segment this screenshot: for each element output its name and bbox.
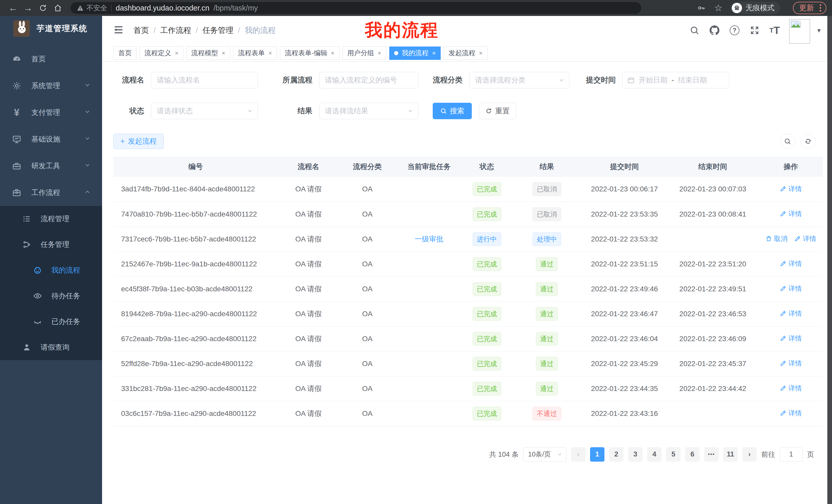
close-icon[interactable]: ×	[268, 50, 272, 57]
filter-row-2: 状态 请选择状态 结果 请选择流结果	[113, 103, 823, 119]
sidebar-item-process-mgmt[interactable]: 流程管理	[0, 206, 102, 232]
breadcrumb-workflow[interactable]: 工作流程	[160, 25, 191, 36]
avatar-caret-icon[interactable]: ▾	[817, 26, 821, 34]
fullscreen-icon[interactable]	[749, 25, 760, 36]
current-task-link[interactable]: 一级审批	[415, 235, 443, 243]
detail-link[interactable]: 详情	[780, 185, 802, 193]
refresh-table-button[interactable]	[801, 134, 815, 149]
chevron-up-icon	[84, 189, 91, 197]
page-button-3[interactable]: 3	[628, 447, 643, 461]
app-logo-row[interactable]: 芋道管理系统	[0, 16, 102, 41]
sidebar-item-label: 待办任务	[51, 291, 80, 301]
breadcrumb-home[interactable]: 首页	[133, 25, 149, 36]
total-count: 共 104 条	[489, 450, 519, 459]
page-button-6[interactable]: 6	[685, 447, 700, 461]
process-name-input[interactable]	[151, 72, 258, 88]
bookmark-star-icon[interactable]: ☆	[713, 3, 724, 13]
close-icon[interactable]: ×	[479, 50, 483, 57]
sidebar-item-system[interactable]: 系统管理	[0, 73, 102, 99]
col-header-current-task: 当前审批任务	[396, 157, 462, 177]
detail-link[interactable]: 详情	[780, 334, 802, 343]
page-button-11[interactable]: 11	[723, 447, 738, 461]
help-icon[interactable]: ?	[729, 25, 740, 36]
detail-link[interactable]: 详情	[780, 359, 802, 368]
browser-scrollbar[interactable]	[827, 16, 832, 504]
chevron-down-icon	[558, 77, 565, 83]
sidebar-item-leave-query[interactable]: 请假查询	[0, 334, 102, 360]
detail-link[interactable]: 详情	[780, 259, 802, 268]
detail-link[interactable]: 详情	[794, 234, 816, 243]
close-icon[interactable]: ×	[432, 50, 436, 57]
reset-button[interactable]: 重置	[479, 103, 516, 119]
prev-page-button[interactable]: ‹	[571, 447, 586, 461]
sidebar-item-done-tasks[interactable]: 已办任务	[0, 309, 102, 334]
end-date-placeholder: 结束日期	[678, 75, 707, 85]
sidebar-item-todo-tasks[interactable]: 待办任务	[0, 283, 102, 309]
detail-link[interactable]: 详情	[780, 309, 802, 318]
search-icon[interactable]	[689, 25, 700, 36]
sidebar-item-infra[interactable]: 基础设施	[0, 126, 102, 152]
process-category-select[interactable]: 请选择流程分类	[469, 72, 570, 88]
page-button-1[interactable]: 1	[590, 447, 604, 461]
key-icon[interactable]	[696, 3, 706, 13]
tab-home[interactable]: 首页	[113, 47, 136, 60]
sidebar-item-my-process[interactable]: 我的流程	[0, 257, 102, 283]
tab-process-model[interactable]: 流程模型 ×	[186, 47, 230, 60]
page-button-4[interactable]: 4	[647, 447, 661, 461]
breadcrumb-task-mgmt[interactable]: 任务管理	[203, 25, 233, 36]
text-size-icon[interactable]: TT	[769, 25, 780, 36]
more-pages-button[interactable]: •••	[704, 447, 719, 461]
github-icon[interactable]	[709, 25, 720, 36]
close-icon[interactable]: ×	[222, 50, 225, 57]
sidebar-item-workflow[interactable]: 工作流程	[0, 179, 102, 206]
sidebar-item-label: 请假查询	[41, 342, 70, 352]
back-icon[interactable]: ←	[6, 2, 21, 14]
sidebar-item-label: 研发工具	[31, 161, 60, 171]
security-warning[interactable]: 不安全	[77, 3, 107, 12]
reload-icon[interactable]	[35, 2, 50, 14]
sidebar-item-label: 基础设施	[31, 134, 60, 144]
tab-user-group[interactable]: 用户分组 ×	[342, 47, 386, 60]
sidebar-item-task-mgmt[interactable]: 任务管理	[0, 232, 102, 257]
toggle-search-button[interactable]	[780, 134, 795, 149]
select-placeholder: 请选择流程分类	[475, 75, 558, 85]
result-badge: 已取消	[532, 182, 561, 196]
hamburger-icon[interactable]	[113, 25, 125, 36]
search-button[interactable]: 搜索	[433, 103, 472, 119]
tab-my-process[interactable]: 我的流程 ×	[389, 47, 441, 60]
page-button-5[interactable]: 5	[666, 447, 681, 461]
sidebar-item-devtools[interactable]: 研发工具	[0, 152, 102, 179]
sidebar-item-payment[interactable]: ¥ 支付管理	[0, 99, 102, 126]
tab-process-form[interactable]: 流程表单 ×	[233, 47, 277, 60]
cancel-link[interactable]: 取消	[765, 234, 787, 243]
next-page-button[interactable]: ›	[742, 447, 757, 461]
detail-link[interactable]: 详情	[780, 209, 802, 218]
page-size-select[interactable]: 10条/页	[523, 447, 566, 461]
home-icon[interactable]	[50, 2, 65, 14]
update-label[interactable]: 更新	[799, 3, 814, 13]
close-icon[interactable]: ×	[175, 50, 178, 57]
tab-process-form-edit[interactable]: 流程表单-编辑 ×	[280, 47, 339, 60]
detail-link[interactable]: 详情	[780, 284, 802, 293]
tab-process-definition[interactable]: 流程定义 ×	[139, 47, 183, 60]
start-process-button[interactable]: + 发起流程	[113, 134, 164, 149]
detail-link[interactable]: 详情	[780, 384, 802, 393]
close-icon[interactable]: ×	[378, 50, 381, 57]
browser-update-pill[interactable]: 更新	[793, 2, 826, 14]
detail-link[interactable]: 详情	[780, 409, 802, 418]
breadcrumb-separator: /	[238, 26, 240, 35]
address-bar[interactable]: 不安全 dashboard.yudao.iocoder.cn/bpm/task/…	[71, 2, 641, 14]
status-select[interactable]: 请选择状态	[151, 103, 258, 119]
chevron-down-icon	[407, 108, 413, 114]
page-button-2[interactable]: 2	[609, 447, 623, 461]
tab-start-process[interactable]: 发起流程 ×	[444, 47, 488, 60]
goto-page-input[interactable]	[780, 447, 802, 461]
forward-icon[interactable]: →	[21, 2, 35, 14]
close-icon[interactable]: ×	[331, 50, 335, 57]
browser-menu-icon[interactable]	[818, 3, 822, 12]
process-definition-input[interactable]	[319, 72, 418, 88]
submit-time-range-picker[interactable]: 开始日期 - 结束日期	[622, 72, 729, 88]
result-select[interactable]: 请选择流结果	[319, 103, 418, 119]
avatar[interactable]	[789, 19, 810, 44]
sidebar-item-home[interactable]: 首页	[0, 46, 102, 73]
